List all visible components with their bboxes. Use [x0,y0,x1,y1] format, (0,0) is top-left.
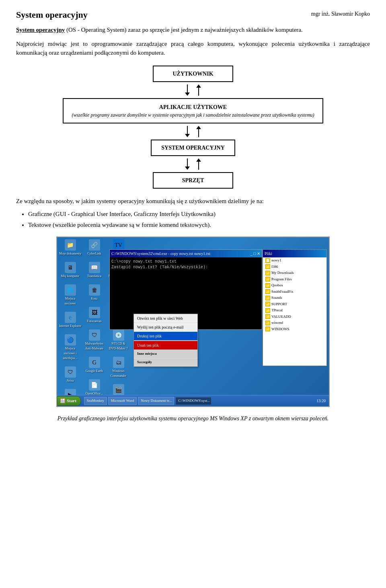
arrow-down-apps-os [185,126,190,137]
google-icon: G [89,357,100,368]
section-title-inline: System operacyjny [16,27,65,33]
cmd-titlebar: C:\WINDOWS\system32\cmd.exe - copy nowy.… [110,250,262,257]
file-icon-programfiles: 📁 [265,277,270,282]
taskbar-items: SeaMonkey Microsoft Word Nowy Dokument t… [84,397,313,405]
bullet-item-1: Graficzne (GUI - Graphical User Interfac… [28,210,370,219]
desktop-icon-mycomputer[interactable]: 🖥 Mój komputer [59,262,81,279]
file-item-sounds[interactable]: 📁 Sounds [263,295,326,301]
openoffice-icon: 📄 [89,379,100,391]
intro-paragraph-1: System operacyjny (OS - Operating System… [16,25,370,35]
start-icon: 🪟 [60,397,66,404]
screenshot-container: 📁 Moje dokumenty 🖥 Mój komputer 🌐 Miejsc… [56,236,330,407]
file-item-1386[interactable]: 📁 I386 [263,264,326,270]
fotki-icon: 🖼 [89,307,100,318]
desktop-icon-network[interactable]: 🌐 Miejsca sieciowe [59,284,81,306]
diagram-user-label: UŻYTKOWNIK [172,71,213,77]
diagram-apps-label: APLIKACJE UŻYTKOWE [72,103,314,111]
header: System operacyjny mgr inż. Sławomir Kopk… [16,8,370,21]
teamviewer-icon: TV [113,239,124,251]
file-item-valueadd[interactable]: 📁 VALUEADD [263,314,326,320]
file-item-tprecal[interactable]: 📁 TPrecal [263,307,326,314]
file-item-nowy1[interactable]: 📄 nowy1 [263,257,326,264]
cmd-title-text: C:\WINDOWS\system32\cmd.exe - copy nowy.… [111,251,210,257]
file-panel-title: Pliki [263,250,326,257]
diagram-os-box: SYSTEM OPERACYJNY [151,140,235,156]
context-menu-item-print[interactable]: Drukuj ten plik [134,332,197,341]
page-title: System operacyjny [16,8,88,21]
desktop-icon-ie[interactable]: e Internet Explorer [59,312,81,329]
desktop-icon-google[interactable]: G Google Earth [83,357,105,374]
start-button[interactable]: 🪟 Start [57,396,81,406]
cmd-controls: _ □ ✕ [250,251,260,257]
diagram-apps-desc: (wszelkie programy zawarte domyślnie w s… [72,111,314,119]
file-panel: Pliki 📄 nowy1 📁 I386 📁 My Downloads 📁 Pr… [263,249,327,366]
avira-icon: 🛡 [65,366,76,378]
file-item-winxmd[interactable]: 📁 wincmd [263,320,326,326]
desktop-icon-kosz[interactable]: 🗑 Kosz [83,284,105,301]
taskbar-item-cmd[interactable]: C:\WINDOWS\syst... [175,397,211,405]
diagram-hardware-label: SPRZĘT [182,177,204,183]
screenshot-desktop: 📁 Moje dokumenty 🖥 Mój komputer 🌐 Miejsc… [57,237,329,406]
network-icon: 🌐 [65,284,76,296]
file-icon-smithfraudfix: 📁 [265,289,270,294]
file-icon-valueadd: 📁 [265,314,270,319]
file-item-smithfraudfix[interactable]: 📁 SmithFraudFix [263,289,326,295]
cmd-line-1: C:\>copy nowy.txt nowy1.txt [111,259,260,265]
file-item-programfiles[interactable]: 📁 Program Files [263,276,326,283]
cmd-content: C:\>copy nowy.txt nowy1.txt Zastąpić now… [110,257,262,272]
desktop-icon-translator[interactable]: 📖 Translatica [83,262,105,279]
bullet-list: Graficzne (GUI - Graphical User Interfac… [28,210,370,229]
context-menu-item-miejsca[interactable]: Inne miejsca [134,350,197,358]
desktop-icon-openoffice[interactable]: 📄 OpenOffice... [83,379,105,396]
taskbar-item-seamonkey[interactable]: SeaMonkey [84,397,107,405]
desktop-icon-cyberlink2[interactable]: 🔗 CyberLink [83,239,105,256]
file-item-mydownloads[interactable]: 📁 My Downloads [263,270,326,276]
file-icon-mydownloads: 📁 [265,271,270,275]
connector-apps-os [185,123,201,140]
taskbar-item-word[interactable]: Microsoft Word [108,397,137,405]
translator-icon: 📖 [89,262,100,273]
connector-user-apps [185,82,201,98]
taskbar-item-doc[interactable]: Nowy Dokument te... [138,397,174,405]
desktop-icon-avira[interactable]: 🛡 Avira [59,366,81,383]
arrow-up-hw-os [196,158,201,170]
file-item-qoobox[interactable]: 📁 Qoobox [263,282,326,289]
file-icon-support: 📁 [265,302,270,306]
context-menu-item-open-web[interactable]: Otwórz ten plik w sieci Web [134,314,197,323]
taskbar-clock: 13:20 [313,398,329,404]
diagram-user-box: UŻYTKOWNIK [153,66,233,82]
cyberlink2-icon: 🔗 [89,239,100,251]
cmd-line-2: Zastąpić nowy1.txt? (Tak/Nie/Wszystkie): [111,265,260,270]
ie-icon: e [65,312,76,323]
author-label: mgr inż. Sławomir Kopko [311,10,370,18]
myfiles-icon: 📁 [65,239,76,251]
context-menu-item-email[interactable]: Wyślij ten plik pocztą e-mail [134,323,197,332]
desktop-icon-bluetooth[interactable]: 🔵 Miejsca sieciowe i interfejsu... [59,334,81,361]
desktop-icon-windows-commander[interactable]: 🗂 Windows Commander [107,357,129,378]
file-item-windows[interactable]: 📁 WINDOWS [263,326,326,333]
diagram: UŻYTKOWNIK APLIKACJE UŻYTKOWE (wszelkie … [16,66,370,189]
arrow-up-apps-user [196,84,201,96]
file-icon-tprecal: 📁 [265,308,270,313]
desktop-icon-fotki[interactable]: 🖼 Fotocanvas [83,307,105,324]
windows-commander-icon: 🗂 [113,357,124,368]
file-icon-1386: 📁 [265,264,270,269]
desktop-icon-malware[interactable]: 🛡 Malwarebytes Anti-Malware [83,329,105,351]
mycomputer-icon: 🖥 [65,262,76,273]
screenshot-caption: Przykład graficznego interfejsu użytkown… [16,414,370,423]
file-icon-sounds: 📁 [265,296,270,300]
desktop-icon-nti[interactable]: 💿 NTI CD & DVD-Maker 7 [107,329,129,351]
file-item-support[interactable]: 📁 SUPPORT [263,301,326,308]
kosz-icon: 🗑 [89,284,100,296]
context-menu: Otwórz ten plik w sieci Web Wyślij ten p… [133,314,198,367]
diagram-apps-box: APLIKACJE UŻYTKOWE (wszelkie programy za… [63,98,323,123]
arrow-down-os-hw [185,158,190,170]
arrow-up-os-apps [196,126,201,137]
context-menu-item-szczegoly[interactable]: Szczegóły [134,358,197,367]
desktop-icons-col2: 🔗 CyberLink 📖 Translatica 🗑 Kosz 🖼 Fotoc… [83,239,105,396]
bluetooth-icon: 🔵 [65,334,76,345]
desktop-icon-myfiles[interactable]: 📁 Moje dokumenty [59,239,81,256]
desktop-icons-left: 📁 Moje dokumenty 🖥 Mój komputer 🌐 Miejsc… [59,239,81,406]
intro-text-rest: (OS - Operating System) zaraz po sprzęci… [65,27,302,33]
arrow-down-user-apps [185,84,190,96]
